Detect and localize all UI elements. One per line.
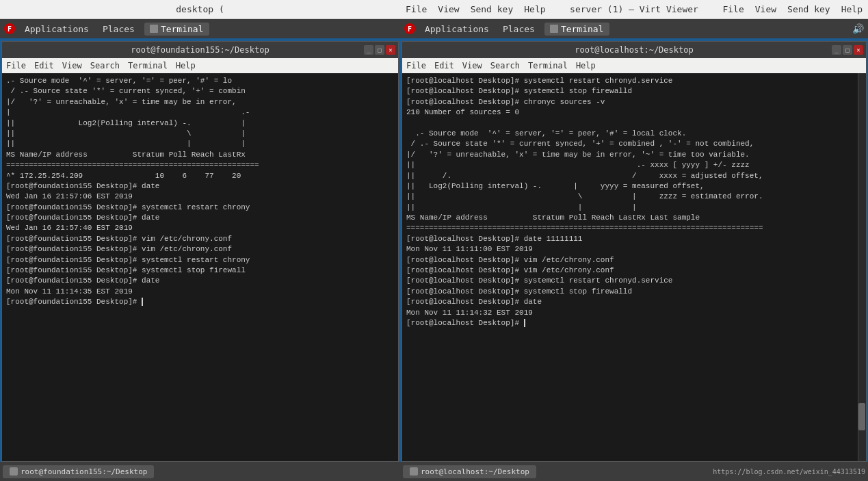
left-menu-help[interactable]: Help xyxy=(524,4,545,14)
scrollbar-thumb[interactable] xyxy=(858,403,865,430)
server-terminal-content[interactable]: [root@localhost Desktop]# systemctl rest… xyxy=(402,73,858,461)
left-taskbar-label: root@foundation155:~/Desktop xyxy=(21,467,147,476)
right-terminal-icon xyxy=(550,25,558,33)
server-terminal-titlebar-buttons: _ □ ✕ xyxy=(832,45,863,55)
terminal-icon xyxy=(150,25,158,33)
right-vm-content: F Applications Places Terminal 🔊 xyxy=(400,19,868,481)
right-menu-help[interactable]: Help xyxy=(841,4,863,14)
server-maximize-button[interactable]: □ xyxy=(843,45,852,55)
term-menu-view[interactable]: View xyxy=(62,61,82,70)
close-button[interactable]: ✕ xyxy=(386,45,395,55)
term-menu-edit[interactable]: Edit xyxy=(34,61,54,70)
server-terminal-titlebar: root@localhost:~/Desktop _ □ ✕ xyxy=(402,42,866,58)
left-vm-places[interactable]: Places xyxy=(98,23,139,36)
right-host-title: server (1) – Virt Viewer xyxy=(557,4,712,14)
right-vm-outer: F Applications Places Terminal 🔊 xyxy=(400,19,868,481)
server-term-menu-terminal[interactable]: Terminal xyxy=(528,61,568,70)
server-terminal-content-wrapper: [root@localhost Desktop]# systemctl rest… xyxy=(402,73,866,461)
minimize-button[interactable]: _ xyxy=(364,45,373,55)
left-terminal-menubar: File Edit View Search Terminal Help xyxy=(2,58,398,73)
left-vm-desktop: Home root@foundation155:~/Desktop _ □ ✕ xyxy=(0,38,400,462)
server-close-button[interactable]: ✕ xyxy=(854,45,863,55)
left-vm-terminal-tab[interactable]: Terminal xyxy=(144,23,209,36)
watermark-text: https://blog.csdn.net/weixin_44313519 xyxy=(713,468,865,476)
volume-icon: 🔊 xyxy=(852,23,864,34)
left-terminal-window: root@foundation155:~/Desktop _ □ ✕ File … xyxy=(1,41,399,462)
term-menu-search[interactable]: Search xyxy=(90,61,120,70)
left-menu-sendkey[interactable]: Send key xyxy=(471,4,514,14)
left-vm: F Applications Places Terminal xyxy=(0,19,400,481)
left-vm-taskbar: root@foundation155:~/Desktop xyxy=(0,462,400,481)
term-menu-help[interactable]: Help xyxy=(176,61,196,70)
taskbar-terminal-icon xyxy=(10,467,18,476)
left-vm-logo: F xyxy=(4,23,15,34)
left-terminal-title: root@foundation155:~/Desktop xyxy=(131,45,269,55)
left-menu-view[interactable]: View xyxy=(438,4,459,14)
right-vm-topbar: F Applications Places Terminal 🔊 xyxy=(400,19,868,38)
left-host-menubar: desktop ( xyxy=(0,0,400,19)
right-vm-taskbar: root@localhost:~/Desktop https://blog.cs… xyxy=(400,462,868,481)
left-terminal-text: .- Source mode '^' = server, '=' = peer,… xyxy=(6,76,394,308)
right-taskbar-label: root@localhost:~/Desktop xyxy=(421,467,529,476)
server-terminal-text: [root@localhost Desktop]# systemctl rest… xyxy=(406,76,854,328)
server-term-menu-edit[interactable]: Edit xyxy=(434,61,454,70)
left-vm-topbar: F Applications Places Terminal xyxy=(0,19,400,38)
left-terminal-content[interactable]: .- Source mode '^' = server, '=' = peer,… xyxy=(2,73,398,461)
server-terminal-window: root@localhost:~/Desktop _ □ ✕ File Edit xyxy=(402,41,867,462)
right-taskbar-item[interactable]: root@localhost:~/Desktop xyxy=(403,465,536,478)
left-vm-applications[interactable]: Applications xyxy=(21,23,93,36)
server-term-menu-file[interactable]: File xyxy=(406,61,426,70)
right-menu-view[interactable]: View xyxy=(755,4,776,14)
server-minimize-button[interactable]: _ xyxy=(832,45,841,55)
maximize-button[interactable]: □ xyxy=(375,45,384,55)
right-vm-terminal-tab[interactable]: Terminal xyxy=(544,23,609,36)
left-menu-file[interactable]: File xyxy=(406,4,427,14)
server-terminal-menubar: File Edit View Search Terminal Help xyxy=(402,58,866,73)
left-host-title: desktop ( xyxy=(5,4,395,14)
right-vm-places[interactable]: Places xyxy=(499,23,539,36)
server-term-menu-view[interactable]: View xyxy=(462,61,482,70)
left-terminal-titlebar: root@foundation155:~/Desktop _ □ ✕ xyxy=(2,42,398,58)
server-term-menu-help[interactable]: Help xyxy=(576,61,596,70)
server-terminal-title: root@localhost:~/Desktop xyxy=(575,45,693,55)
right-menu-file[interactable]: File xyxy=(722,4,744,14)
server-term-menu-search[interactable]: Search xyxy=(490,61,520,70)
right-vm-logo: F xyxy=(404,23,415,34)
volume-control[interactable]: 🔊 xyxy=(852,23,864,34)
term-menu-terminal[interactable]: Terminal xyxy=(128,61,168,70)
right-host-menubar: File View Send key Help server (1) – Vir… xyxy=(400,0,868,19)
left-terminal-titlebar-buttons: _ □ ✕ xyxy=(364,45,395,55)
right-vm-desktop: root@localhost:~/Desktop _ □ ✕ File Edit xyxy=(400,38,868,462)
right-menu-sendkey[interactable]: Send key xyxy=(787,4,830,14)
right-vm-terminal-label: Terminal xyxy=(561,24,604,34)
left-taskbar-item[interactable]: root@foundation155:~/Desktop xyxy=(3,465,154,478)
term-menu-file[interactable]: File xyxy=(6,61,26,70)
right-taskbar-terminal-icon xyxy=(410,467,418,476)
right-vm-applications[interactable]: Applications xyxy=(421,23,493,36)
terminal-scrollbar[interactable] xyxy=(858,73,866,461)
left-vm-terminal-label: Terminal xyxy=(161,24,204,34)
